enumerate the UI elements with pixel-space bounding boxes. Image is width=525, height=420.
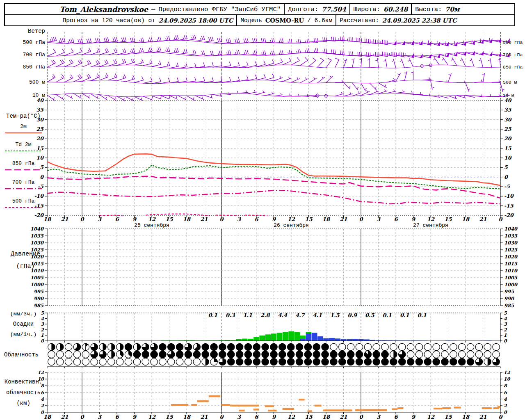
axis-label: 990 xyxy=(504,296,515,301)
convective-segment xyxy=(434,408,442,409)
convective-segment xyxy=(265,405,274,407)
axis-label: -10 xyxy=(504,193,514,199)
hour-label-bottom: 18 xyxy=(43,414,52,420)
date-label: 27 сентября xyxy=(413,222,448,228)
cloud-symbol xyxy=(142,351,149,358)
wind-level-label: 500 м xyxy=(29,79,45,85)
axis-label: 2 xyxy=(504,327,507,333)
axis-label: 995 xyxy=(34,289,44,294)
hour-label: 21 xyxy=(479,216,486,222)
precip-3h-sum: 0.3 xyxy=(226,312,235,318)
cloud-symbol xyxy=(373,351,380,358)
cloud-symbol xyxy=(253,343,260,350)
convective-segment xyxy=(442,407,451,409)
header-row-forecast: Прогноз на 120 часа(ов) от 24.09.2025 18… xyxy=(5,15,514,25)
cloud-symbol xyxy=(322,351,329,358)
cloud-symbol xyxy=(424,358,431,365)
cloud-symbol xyxy=(116,358,123,365)
altitude-value: 70м xyxy=(445,5,459,13)
convective-segment xyxy=(268,410,276,411)
cloud-symbol xyxy=(65,343,72,350)
axis-label: 30 xyxy=(504,116,512,123)
axis-label: 1025 xyxy=(504,247,518,253)
axis-label: 12 xyxy=(504,370,511,375)
cloud-symbol xyxy=(347,351,354,358)
cloud-symbol xyxy=(493,343,500,350)
legend-label-t700: 700 гПа xyxy=(12,179,35,185)
hour-label-bottom: 15 xyxy=(305,414,313,420)
snow-bar xyxy=(358,339,364,341)
convective-segment xyxy=(397,407,403,409)
wind-level-label-right: 500 м xyxy=(503,80,517,85)
axis-label: 15 xyxy=(504,145,512,151)
hour-label: 6 xyxy=(115,216,119,222)
cloud-symbol xyxy=(373,343,380,350)
cloud-symbol xyxy=(415,351,422,358)
axis-label: 1035 xyxy=(30,233,44,239)
axis-label: 2 xyxy=(504,403,507,409)
axis-label: -20 xyxy=(504,212,514,218)
cloud-symbol xyxy=(330,343,337,350)
axis-label: 0 xyxy=(504,338,507,344)
cloud-symbol xyxy=(313,351,320,358)
cloud-symbol xyxy=(219,351,226,358)
convective-segment xyxy=(299,399,304,400)
hour-label: 12 xyxy=(427,216,435,222)
hour-label: 3 xyxy=(377,216,381,222)
date-label: 26 сентября xyxy=(274,222,309,228)
cloud-symbol xyxy=(424,343,431,350)
cloud-symbol xyxy=(253,358,260,365)
date-label: 25 сентября xyxy=(134,222,169,228)
latitude-value: 60.248 xyxy=(383,5,408,13)
cloud-symbol xyxy=(168,343,175,350)
cloud-symbol xyxy=(441,351,448,358)
hour-label-bottom: 0 xyxy=(498,414,503,420)
cloud-symbol xyxy=(82,351,89,358)
cloud-symbol xyxy=(399,358,406,365)
axis-label: 1040 xyxy=(30,226,44,232)
hour-label-bottom: 3 xyxy=(377,414,381,420)
axis-label: 8 xyxy=(504,383,507,388)
cloud-symbol xyxy=(467,358,474,365)
station-name: Tom_Aleksandrovskoe xyxy=(60,5,148,14)
cloud-symbol xyxy=(313,343,320,350)
cloud-symbol xyxy=(296,351,303,358)
axis-label: 0 xyxy=(504,174,508,180)
axis-label: 1010 xyxy=(504,268,518,274)
axis-label: -10 xyxy=(34,193,44,199)
cloud-symbol xyxy=(339,351,346,358)
axis-label: 3 xyxy=(41,322,44,327)
snow-bar xyxy=(341,339,347,341)
cloud-symbol xyxy=(48,358,55,365)
convective-segment xyxy=(197,400,209,402)
hour-label: 9 xyxy=(411,216,416,222)
cloud-symbol xyxy=(159,358,166,365)
cloud-symbol xyxy=(99,358,106,365)
rain-bar xyxy=(277,333,283,341)
legend-label-t500: 500 гПа xyxy=(12,198,35,204)
wind-base-line-2 xyxy=(47,65,500,68)
cloud-symbol xyxy=(330,358,337,365)
cloud-symbol xyxy=(339,343,346,350)
axis-label: 1020 xyxy=(504,254,518,260)
cloud-symbol xyxy=(467,343,474,350)
hour-label: 15 xyxy=(305,216,313,222)
axis-label: 25 xyxy=(37,126,44,132)
axis-label: 25 xyxy=(504,126,512,132)
cloud-symbol xyxy=(381,351,388,358)
cloud-symbol xyxy=(279,358,286,365)
separator xyxy=(336,15,336,25)
hour-label: 6 xyxy=(254,216,259,222)
rain-bar xyxy=(259,336,265,341)
wind-level-label-right: 500 гПа xyxy=(503,40,523,45)
precip-3h-sum: 2.8 xyxy=(260,312,271,318)
cloud-symbol xyxy=(313,358,320,365)
cloud-symbol xyxy=(151,358,158,365)
axis-label: 1 xyxy=(41,333,44,338)
hour-label: 21 xyxy=(200,216,208,222)
precip-3h-sum: 1.5 xyxy=(330,312,340,318)
cloud-symbol xyxy=(176,358,183,365)
precip-3h-sum: 0.9 xyxy=(347,312,358,318)
cloud-symbol xyxy=(133,351,140,358)
axis-label: 1000 xyxy=(30,282,44,288)
